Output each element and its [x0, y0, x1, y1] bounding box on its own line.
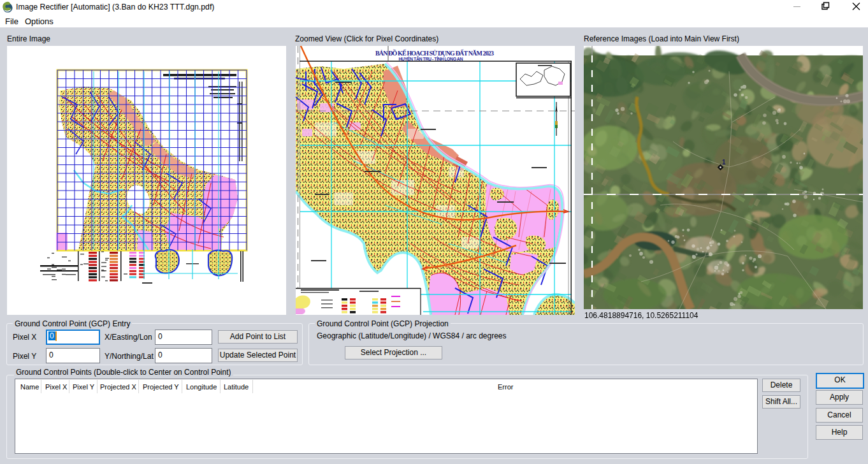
svg-text:BẢN ĐỒ KẾ HOẠCH SỬ DỤNG ĐẤT NĂ: BẢN ĐỒ KẾ HOẠCH SỬ DỤNG ĐẤT NĂM 2023 — [375, 49, 494, 57]
svg-text:1: 1 — [722, 159, 726, 166]
svg-text:HUYỆN TÂN TRỤ - TỈNH LONG AN: HUYỆN TÂN TRỤ - TỈNH LONG AN — [399, 56, 463, 61]
